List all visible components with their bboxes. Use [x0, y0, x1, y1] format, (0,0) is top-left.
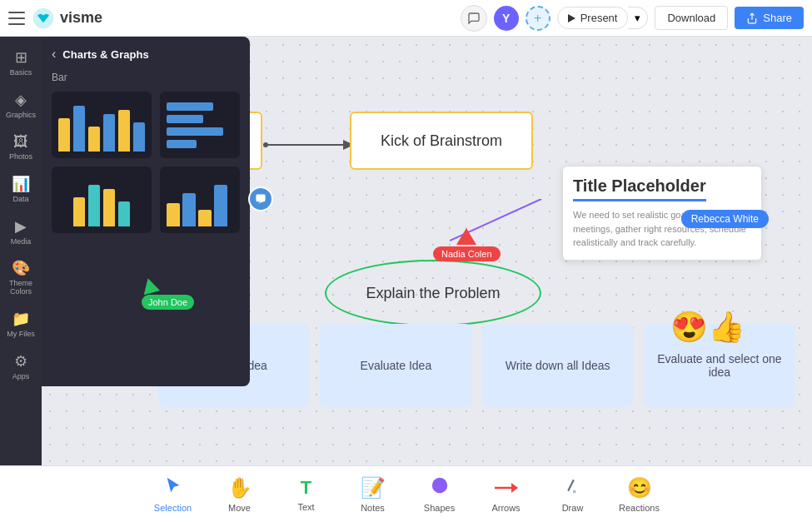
sidebar-item-data[interactable]: 📊 Data: [2, 170, 39, 209]
sidebar-label-my-files: My Files: [7, 331, 35, 339]
graphics-icon: ◈: [15, 91, 27, 109]
tool-move[interactable]: ✋ Move: [219, 476, 261, 513]
app-name: visme: [60, 9, 102, 27]
present-button[interactable]: Present: [557, 7, 629, 29]
media-icon: ▶: [15, 217, 27, 236]
move-label: Move: [228, 503, 251, 513]
avatar[interactable]: Y: [494, 6, 519, 31]
bar-6: [133, 122, 145, 152]
svg-rect-2: [257, 195, 266, 201]
chart-thumb-2[interactable]: [160, 92, 240, 158]
tool-reactions[interactable]: 😊 Reactions: [619, 476, 660, 513]
tool-notes[interactable]: 📝 Notes: [352, 476, 394, 513]
sidebar-item-graphics[interactable]: ◈ Graphics: [2, 86, 39, 125]
present-label: Present: [580, 12, 618, 24]
reactions-label: Reactions: [619, 503, 660, 513]
cursor-john: John Doe: [142, 278, 194, 310]
nadia-cursor-label: Nadia Colen: [433, 246, 501, 261]
bar-t3-2: [88, 185, 100, 226]
cursor-nadia: Nadia Colen: [433, 228, 501, 261]
arrows-label: Arrows: [491, 503, 520, 513]
chart-thumb-3[interactable]: [52, 167, 152, 233]
sidebar-item-media[interactable]: ▶ Media: [2, 212, 39, 251]
bar-t4-4: [214, 185, 227, 226]
download-button[interactable]: Download: [655, 6, 728, 30]
selection-label: Selection: [154, 503, 192, 513]
svg-marker-9: [511, 483, 518, 493]
move-icon: ✋: [227, 476, 252, 500]
bar-4: [103, 114, 115, 152]
sidebar-item-photos[interactable]: 🖼 Photos: [2, 128, 39, 167]
data-icon: 📊: [12, 175, 30, 193]
main-area: ⊞ Basics ◈ Graphics 🖼 Photos 📊 Data ▶ Me…: [0, 37, 812, 465]
evaluate-idea-card[interactable]: Evaluate Idea: [320, 324, 471, 407]
sidebar-item-my-files[interactable]: 📁 My Files: [2, 305, 39, 344]
share-label: Share: [763, 12, 792, 24]
tool-selection[interactable]: Selection: [152, 476, 194, 513]
sidebar: ⊞ Basics ◈ Graphics 🖼 Photos 📊 Data ▶ Me…: [0, 37, 42, 465]
chart-thumb-4[interactable]: [160, 167, 240, 233]
bar-t4-2: [182, 193, 196, 226]
sidebar-label-graphics: Graphics: [6, 112, 36, 120]
bar-t4-1: [167, 203, 180, 226]
canvas-area[interactable]: ‹ Charts & Graphs Bar: [42, 37, 812, 465]
visme-logo-icon: [32, 7, 55, 30]
explain-oval[interactable]: Explain the Problem: [325, 260, 541, 326]
tool-draw[interactable]: Draw: [552, 476, 594, 513]
my-files-icon: 📁: [12, 310, 30, 328]
reactions-icon: 😊: [627, 476, 652, 500]
hbar-1: [167, 102, 213, 111]
tool-text[interactable]: T Text: [286, 477, 327, 512]
top-bar: visme Y + Present ▾ Download Share: [0, 0, 812, 37]
kickoff-label: Kick of Brainstrom: [381, 132, 502, 150]
kickoff-box[interactable]: Kick of Brainstrom: [350, 112, 533, 170]
bar-1: [58, 118, 70, 152]
bottom-toolbar: Selection ✋ Move T Text 📝 Notes Shapes A…: [0, 465, 812, 522]
chart-thumb-1[interactable]: [52, 92, 152, 158]
bar-t3-4: [118, 201, 130, 226]
selection-icon: [164, 476, 182, 500]
logo: visme: [32, 7, 102, 30]
sidebar-item-apps[interactable]: ⚙ Apps: [2, 347, 39, 386]
hbar-2: [167, 115, 203, 123]
title-placeholder-heading: Title Placeholder: [573, 176, 706, 201]
play-icon: [568, 14, 575, 22]
bar-3: [88, 127, 100, 152]
sidebar-item-theme-colors[interactable]: 🎨 Theme Colors: [2, 254, 39, 301]
sidebar-item-basics[interactable]: ⊞ Basics: [2, 43, 39, 82]
basics-icon: ⊞: [15, 48, 27, 67]
back-arrow-icon[interactable]: ‹: [52, 47, 56, 62]
menu-icon[interactable]: [8, 12, 25, 25]
rebecca-badge: Rebecca White: [681, 210, 769, 228]
sidebar-label-photos: Photos: [9, 153, 32, 162]
john-cursor-arrow: [140, 276, 160, 296]
bar-t3-1: [73, 197, 85, 226]
write-down-label: Write down all Ideas: [506, 359, 610, 372]
sidebar-label-data: Data: [12, 196, 28, 204]
nadia-cursor-arrow: [456, 228, 476, 245]
text-icon: T: [301, 477, 311, 499]
sidebar-label-theme-colors: Theme Colors: [6, 280, 36, 296]
tool-shapes[interactable]: Shapes: [419, 476, 461, 513]
share-icon: [746, 12, 758, 24]
write-down-card[interactable]: Write down all Ideas: [482, 324, 634, 407]
action-arrow: [262, 135, 354, 155]
svg-point-7: [431, 477, 446, 492]
chat-button[interactable]: [461, 5, 487, 32]
share-button[interactable]: Share: [735, 7, 804, 29]
explain-label: Explain the Problem: [366, 285, 500, 302]
bar-5: [118, 110, 130, 152]
add-collaborator-button[interactable]: +: [526, 6, 550, 31]
notes-icon: 📝: [361, 476, 386, 500]
bar-2: [73, 106, 85, 152]
panel-chat-icon[interactable]: [248, 186, 273, 211]
tool-arrows[interactable]: Arrows: [486, 476, 527, 513]
svg-rect-10: [573, 490, 575, 492]
present-dropdown-button[interactable]: ▾: [628, 7, 648, 29]
topbar-left: visme: [8, 7, 454, 30]
apps-icon: ⚙: [14, 352, 27, 370]
evaluate-idea-label: Evaluate Idea: [361, 359, 432, 372]
notes-label: Notes: [361, 503, 385, 513]
hbar-4: [167, 140, 197, 148]
text-label: Text: [297, 502, 314, 512]
